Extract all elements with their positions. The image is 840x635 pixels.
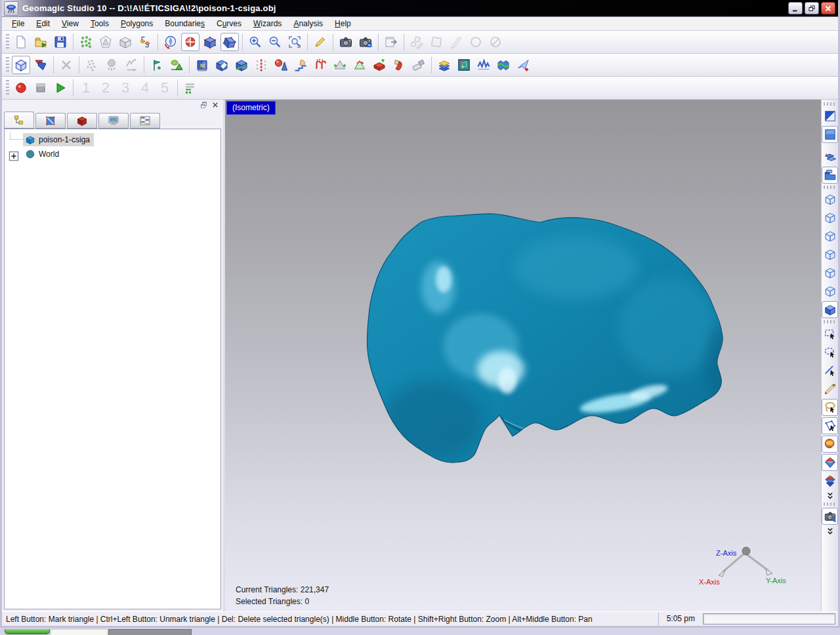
wrap-icon[interactable] bbox=[96, 33, 115, 51]
flat-shade-icon[interactable] bbox=[822, 126, 838, 143]
polygon-phase-icon[interactable] bbox=[116, 33, 135, 51]
open-file-icon[interactable] bbox=[32, 33, 50, 51]
view-isometric-icon[interactable] bbox=[822, 301, 838, 318]
toolbar-grip[interactable] bbox=[824, 186, 837, 189]
capture-scene-icon[interactable] bbox=[356, 33, 375, 51]
sandpaper-icon[interactable] bbox=[410, 56, 428, 74]
properties-tab[interactable] bbox=[130, 113, 160, 129]
deviation-spectrum-icon[interactable] bbox=[474, 56, 493, 74]
model-manager-tab[interactable] bbox=[4, 112, 34, 129]
view-top-icon[interactable] bbox=[822, 264, 838, 281]
view-front-icon[interactable] bbox=[822, 191, 838, 208]
more-chevron-2-icon[interactable] bbox=[822, 526, 838, 536]
stacked-planes-icon[interactable] bbox=[822, 148, 838, 165]
export-view-icon[interactable] bbox=[382, 33, 400, 51]
tree-item-world[interactable]: World bbox=[5, 147, 220, 161]
close-button[interactable] bbox=[821, 2, 835, 14]
rotate-view-icon[interactable] bbox=[161, 33, 180, 51]
export-cad-icon[interactable] bbox=[514, 56, 532, 74]
expand-world-button[interactable] bbox=[9, 151, 16, 158]
brush-select-icon[interactable] bbox=[822, 380, 838, 398]
refine-triangles-icon[interactable] bbox=[331, 56, 349, 74]
menu-polygons[interactable]: Polygons bbox=[115, 18, 159, 30]
new-file-icon[interactable] bbox=[12, 33, 30, 51]
registration-icon[interactable] bbox=[136, 33, 154, 51]
start-button[interactable] bbox=[5, 629, 50, 634]
bounding-box-icon[interactable] bbox=[201, 33, 219, 51]
shade-corner-icon[interactable] bbox=[822, 108, 838, 125]
restore-button[interactable] bbox=[805, 2, 819, 14]
fill-holes-icon[interactable] bbox=[252, 56, 270, 74]
menu-file[interactable]: File bbox=[6, 18, 30, 30]
save-file-icon[interactable] bbox=[51, 33, 70, 51]
fill-pour-icon[interactable] bbox=[390, 56, 408, 74]
push-mesh-icon[interactable] bbox=[291, 56, 310, 74]
toolbar-grip[interactable] bbox=[824, 320, 837, 323]
visible-only-select-icon[interactable] bbox=[822, 454, 838, 471]
close-panel-button[interactable] bbox=[210, 100, 220, 110]
tree-item-poison-1-csiga[interactable]: poison-1-csiga bbox=[5, 133, 220, 147]
capture-image-icon[interactable] bbox=[337, 33, 355, 51]
app-icon[interactable] bbox=[4, 1, 18, 16]
measure-icon[interactable] bbox=[311, 33, 329, 51]
primitives-icon[interactable] bbox=[167, 56, 186, 74]
curvature-icon[interactable] bbox=[311, 56, 329, 74]
view-left-icon[interactable] bbox=[822, 228, 838, 245]
lasso-select-icon[interactable] bbox=[822, 399, 838, 416]
more-tools-chevron-icon[interactable] bbox=[822, 491, 838, 501]
menu-boundaries[interactable]: Boundaries bbox=[159, 18, 211, 30]
shade-model-icon[interactable] bbox=[12, 56, 30, 74]
zoom-out-icon[interactable] bbox=[266, 33, 284, 51]
point-cloud-icon[interactable] bbox=[77, 33, 95, 51]
system-tab[interactable] bbox=[98, 113, 129, 129]
menu-tools[interactable]: Tools bbox=[85, 18, 115, 30]
viewport-3d[interactable]: (Isometric) bbox=[225, 100, 821, 611]
polyline-select-icon[interactable] bbox=[822, 417, 838, 434]
mesh-doctor-icon[interactable]: M bbox=[193, 56, 211, 74]
menu-wizards[interactable]: Wizards bbox=[247, 18, 287, 30]
rectangle-select-icon[interactable] bbox=[822, 325, 838, 342]
menu-edit[interactable]: Edit bbox=[30, 18, 56, 30]
taskbar-item[interactable] bbox=[108, 629, 192, 635]
menu-curves[interactable]: Curves bbox=[211, 18, 247, 30]
custom-region-icon[interactable] bbox=[822, 436, 838, 453]
stop-macro-icon[interactable] bbox=[32, 79, 50, 97]
toolbar-grip[interactable] bbox=[824, 102, 837, 106]
trim-curve-icon[interactable] bbox=[232, 56, 251, 74]
play-macro-icon[interactable] bbox=[51, 79, 70, 97]
record-macro-icon[interactable] bbox=[12, 79, 30, 97]
datum-views-icon[interactable] bbox=[822, 167, 838, 184]
float-panel-button[interactable] bbox=[199, 100, 209, 110]
view-back-icon[interactable] bbox=[822, 209, 838, 226]
minimize-button[interactable] bbox=[788, 2, 803, 14]
layers-icon[interactable] bbox=[435, 56, 453, 74]
menu-analysis[interactable]: Analysis bbox=[287, 18, 329, 30]
zoom-in-icon[interactable] bbox=[246, 33, 264, 51]
line-select-icon[interactable] bbox=[822, 362, 838, 379]
toolbar-grip[interactable] bbox=[824, 502, 837, 506]
view-bottom-icon[interactable] bbox=[822, 283, 838, 300]
menu-help[interactable]: Help bbox=[329, 18, 357, 30]
toolbar-grip[interactable] bbox=[6, 34, 9, 51]
orient-view-icon[interactable] bbox=[220, 33, 239, 51]
defeature-icon[interactable] bbox=[272, 56, 290, 74]
mesh-model[interactable] bbox=[360, 209, 744, 474]
toolbar-grip[interactable] bbox=[6, 80, 9, 96]
rotation-center-icon[interactable] bbox=[181, 33, 200, 51]
display-tab[interactable] bbox=[35, 113, 66, 129]
feature-flag-icon[interactable] bbox=[148, 56, 166, 74]
toolbar-grip[interactable] bbox=[6, 57, 9, 73]
smooth-spectrum-icon[interactable] bbox=[494, 56, 513, 74]
menu-view[interactable]: View bbox=[56, 18, 85, 30]
macro-list-icon[interactable] bbox=[181, 79, 200, 97]
flip-normals-icon[interactable] bbox=[32, 56, 50, 74]
simplify-icon[interactable] bbox=[350, 56, 369, 74]
edit-boundary-icon[interactable] bbox=[213, 56, 231, 74]
view-right-icon[interactable] bbox=[822, 246, 838, 263]
ellipse-select-icon[interactable] bbox=[822, 344, 838, 361]
snapshot-icon[interactable] bbox=[822, 508, 838, 525]
offset-icon[interactable] bbox=[370, 56, 388, 74]
select-through-icon[interactable] bbox=[822, 472, 838, 489]
texture-map-icon[interactable] bbox=[455, 56, 473, 74]
primitives-tab[interactable] bbox=[67, 113, 97, 129]
